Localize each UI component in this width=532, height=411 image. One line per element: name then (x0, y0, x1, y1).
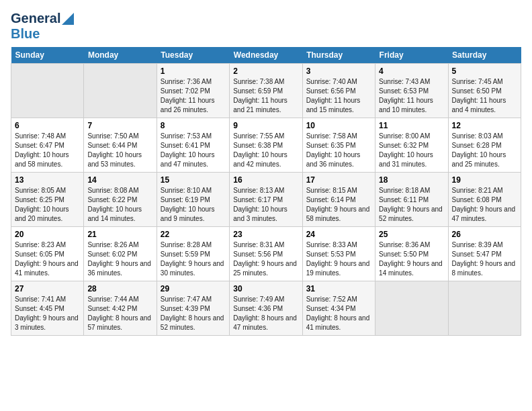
calendar-cell: 17Sunrise: 8:15 AM Sunset: 6:14 PM Dayli… (302, 173, 375, 227)
day-number: 18 (379, 175, 444, 185)
weekday-header: Wednesday (230, 47, 302, 64)
calendar-cell: 14Sunrise: 8:08 AM Sunset: 6:22 PM Dayli… (84, 173, 157, 227)
calendar-cell: 13Sunrise: 8:05 AM Sunset: 6:25 PM Dayli… (11, 173, 84, 227)
day-number: 22 (161, 230, 226, 239)
logo-general: General (11, 11, 60, 26)
calendar-cell: 6Sunrise: 7:48 AM Sunset: 6:47 PM Daylig… (11, 118, 84, 173)
day-info: Sunrise: 8:15 AM Sunset: 6:14 PM Dayligh… (306, 186, 371, 224)
calendar-cell (11, 64, 84, 118)
logo-blue: Blue (11, 26, 40, 41)
day-number: 28 (87, 284, 152, 293)
day-info: Sunrise: 7:41 AM Sunset: 4:45 PM Dayligh… (15, 295, 80, 332)
calendar-cell: 23Sunrise: 8:31 AM Sunset: 5:56 PM Dayli… (230, 227, 302, 281)
day-info: Sunrise: 7:53 AM Sunset: 6:41 PM Dayligh… (161, 132, 226, 169)
calendar-cell: 30Sunrise: 7:49 AM Sunset: 4:36 PM Dayli… (230, 281, 302, 336)
calendar-cell: 31Sunrise: 7:52 AM Sunset: 4:34 PM Dayli… (302, 281, 375, 336)
day-number: 5 (452, 66, 517, 76)
day-number: 26 (452, 230, 517, 239)
day-number: 7 (87, 121, 152, 130)
weekday-header: Friday (375, 47, 448, 64)
calendar-cell: 20Sunrise: 8:23 AM Sunset: 6:05 PM Dayli… (11, 227, 84, 281)
day-number: 24 (306, 230, 371, 239)
weekday-header: Sunday (11, 47, 84, 64)
calendar-cell: 2Sunrise: 7:38 AM Sunset: 6:59 PM Daylig… (230, 64, 302, 118)
day-number: 15 (161, 175, 226, 185)
calendar-cell: 5Sunrise: 7:45 AM Sunset: 6:50 PM Daylig… (448, 64, 521, 118)
calendar-cell: 25Sunrise: 8:36 AM Sunset: 5:50 PM Dayli… (375, 227, 448, 281)
day-info: Sunrise: 8:00 AM Sunset: 6:32 PM Dayligh… (379, 132, 444, 169)
day-number: 27 (15, 284, 80, 293)
day-number: 20 (15, 230, 80, 239)
day-number: 8 (161, 121, 226, 130)
day-number: 6 (15, 121, 80, 130)
day-number: 3 (306, 66, 371, 76)
calendar-cell: 29Sunrise: 7:47 AM Sunset: 4:39 PM Dayli… (157, 281, 229, 336)
day-info: Sunrise: 8:26 AM Sunset: 6:02 PM Dayligh… (87, 240, 152, 278)
calendar-cell: 15Sunrise: 8:10 AM Sunset: 6:19 PM Dayli… (157, 173, 229, 227)
calendar-cell: 9Sunrise: 7:55 AM Sunset: 6:38 PM Daylig… (230, 118, 302, 173)
day-info: Sunrise: 8:03 AM Sunset: 6:28 PM Dayligh… (452, 132, 517, 169)
day-info: Sunrise: 7:43 AM Sunset: 6:53 PM Dayligh… (379, 77, 444, 115)
day-number: 13 (15, 175, 80, 185)
day-number: 17 (306, 175, 371, 185)
calendar-cell: 7Sunrise: 7:50 AM Sunset: 6:44 PM Daylig… (84, 118, 157, 173)
calendar-table: SundayMondayTuesdayWednesdayThursdayFrid… (11, 47, 521, 336)
day-info: Sunrise: 8:13 AM Sunset: 6:17 PM Dayligh… (233, 186, 298, 224)
calendar-cell: 8Sunrise: 7:53 AM Sunset: 6:41 PM Daylig… (157, 118, 229, 173)
day-info: Sunrise: 8:33 AM Sunset: 5:53 PM Dayligh… (306, 240, 371, 278)
day-info: Sunrise: 8:31 AM Sunset: 5:56 PM Dayligh… (233, 240, 298, 278)
day-info: Sunrise: 8:23 AM Sunset: 6:05 PM Dayligh… (15, 240, 80, 278)
day-number: 31 (306, 284, 371, 293)
calendar-cell: 16Sunrise: 8:13 AM Sunset: 6:17 PM Dayli… (230, 173, 302, 227)
day-number: 9 (233, 121, 298, 130)
logo: General Blue (11, 11, 74, 42)
day-info: Sunrise: 7:55 AM Sunset: 6:38 PM Dayligh… (233, 132, 298, 169)
day-info: Sunrise: 7:38 AM Sunset: 6:59 PM Dayligh… (233, 77, 298, 115)
day-info: Sunrise: 8:28 AM Sunset: 5:59 PM Dayligh… (161, 240, 226, 278)
weekday-header: Monday (84, 47, 157, 64)
calendar-cell: 12Sunrise: 8:03 AM Sunset: 6:28 PM Dayli… (448, 118, 521, 173)
day-info: Sunrise: 7:52 AM Sunset: 4:34 PM Dayligh… (306, 295, 371, 332)
day-info: Sunrise: 8:05 AM Sunset: 6:25 PM Dayligh… (15, 186, 80, 224)
day-info: Sunrise: 7:50 AM Sunset: 6:44 PM Dayligh… (87, 132, 152, 169)
day-info: Sunrise: 8:39 AM Sunset: 5:47 PM Dayligh… (452, 240, 517, 278)
day-number: 29 (161, 284, 226, 293)
page-header: General Blue (11, 11, 521, 42)
day-number: 11 (379, 121, 444, 130)
calendar-cell (84, 64, 157, 118)
calendar-cell: 18Sunrise: 8:18 AM Sunset: 6:11 PM Dayli… (375, 173, 448, 227)
calendar-cell: 10Sunrise: 7:58 AM Sunset: 6:35 PM Dayli… (302, 118, 375, 173)
calendar-cell: 11Sunrise: 8:00 AM Sunset: 6:32 PM Dayli… (375, 118, 448, 173)
weekday-header: Saturday (448, 47, 521, 64)
day-info: Sunrise: 8:10 AM Sunset: 6:19 PM Dayligh… (161, 186, 226, 224)
day-number: 1 (161, 66, 226, 76)
day-number: 23 (233, 230, 298, 239)
calendar-cell (448, 281, 521, 336)
logo-icon (62, 13, 74, 25)
calendar-cell: 21Sunrise: 8:26 AM Sunset: 6:02 PM Dayli… (84, 227, 157, 281)
day-number: 21 (87, 230, 152, 239)
day-info: Sunrise: 7:40 AM Sunset: 6:56 PM Dayligh… (306, 77, 371, 115)
svg-marker-0 (62, 13, 74, 25)
day-info: Sunrise: 7:36 AM Sunset: 7:02 PM Dayligh… (161, 77, 226, 115)
calendar-cell: 24Sunrise: 8:33 AM Sunset: 5:53 PM Dayli… (302, 227, 375, 281)
day-info: Sunrise: 8:36 AM Sunset: 5:50 PM Dayligh… (379, 240, 444, 278)
day-info: Sunrise: 7:49 AM Sunset: 4:36 PM Dayligh… (233, 295, 298, 332)
day-info: Sunrise: 7:47 AM Sunset: 4:39 PM Dayligh… (161, 295, 226, 332)
calendar-cell: 3Sunrise: 7:40 AM Sunset: 6:56 PM Daylig… (302, 64, 375, 118)
day-info: Sunrise: 7:48 AM Sunset: 6:47 PM Dayligh… (15, 132, 80, 169)
day-info: Sunrise: 7:58 AM Sunset: 6:35 PM Dayligh… (306, 132, 371, 169)
weekday-header: Tuesday (157, 47, 229, 64)
day-number: 19 (452, 175, 517, 185)
calendar-cell: 27Sunrise: 7:41 AM Sunset: 4:45 PM Dayli… (11, 281, 84, 336)
day-info: Sunrise: 8:08 AM Sunset: 6:22 PM Dayligh… (87, 186, 152, 224)
day-info: Sunrise: 8:18 AM Sunset: 6:11 PM Dayligh… (379, 186, 444, 224)
day-info: Sunrise: 8:21 AM Sunset: 6:08 PM Dayligh… (452, 186, 517, 224)
calendar-cell: 22Sunrise: 8:28 AM Sunset: 5:59 PM Dayli… (157, 227, 229, 281)
day-number: 16 (233, 175, 298, 185)
day-number: 30 (233, 284, 298, 293)
day-number: 12 (452, 121, 517, 130)
weekday-header: Thursday (302, 47, 375, 64)
calendar-cell: 1Sunrise: 7:36 AM Sunset: 7:02 PM Daylig… (157, 64, 229, 118)
day-number: 2 (233, 66, 298, 76)
